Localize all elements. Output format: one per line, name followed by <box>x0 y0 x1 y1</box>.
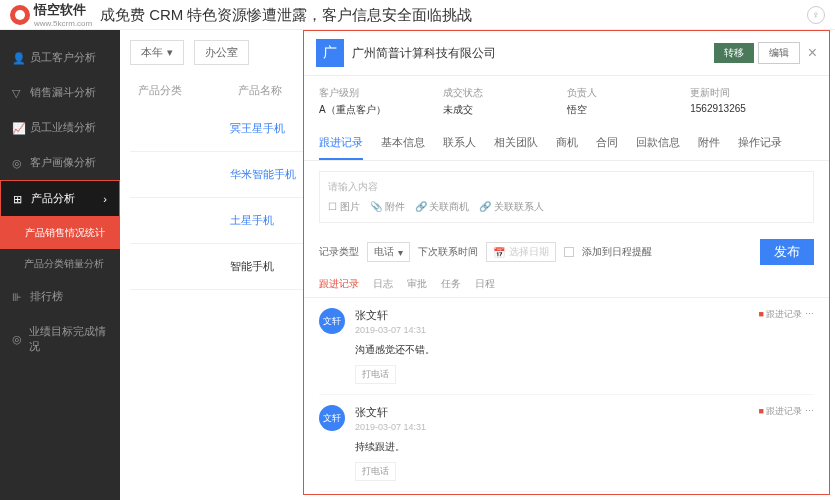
sidebar-item-ranking[interactable]: ⊪排行榜 <box>0 279 120 314</box>
sidebar: 👤员工客户分析 ▽销售漏斗分析 📈员工业绩分析 ◎客户画像分析 ⊞产品分析› 产… <box>0 30 120 500</box>
call-action[interactable]: 打电话 <box>355 462 396 481</box>
chevron-down-icon: ▾ <box>398 247 403 258</box>
tab-team[interactable]: 相关团队 <box>494 127 538 160</box>
dept-filter[interactable]: 办公室 <box>194 40 249 65</box>
logo-sub: www.5kcrm.com <box>34 19 92 28</box>
company-name: 广州简普计算科技有限公司 <box>352 45 710 62</box>
sidebar-sub-sales[interactable]: 产品销售情况统计 <box>0 217 120 249</box>
chevron-down-icon: ▾ <box>167 46 173 59</box>
logo-name: 悟空软件 <box>34 1 92 19</box>
transfer-button[interactable]: 转移 <box>714 43 754 63</box>
attach-tool[interactable]: 📎 附件 <box>370 200 405 214</box>
next-contact-date[interactable]: 📅选择日期 <box>486 242 556 262</box>
tab-log[interactable]: 操作记录 <box>738 127 782 160</box>
edit-button[interactable]: 编辑 <box>758 42 800 64</box>
user-icon: 👤 <box>12 52 24 64</box>
subtab-schedule[interactable]: 日程 <box>475 277 495 291</box>
sidebar-item-customer[interactable]: 👤员工客户分析 <box>0 40 120 75</box>
image-tool[interactable]: ☐ 图片 <box>328 200 360 214</box>
link-contact-tool[interactable]: 🔗 关联联系人 <box>479 200 544 214</box>
modal-tabs: 跟进记录 基本信息 联系人 相关团队 商机 合同 回款信息 附件 操作记录 <box>304 127 829 161</box>
portrait-icon: ◎ <box>12 157 24 169</box>
entry-list: 文轩 张文轩 2019-03-07 14:31 沟通感觉还不错。 打电话 ■ 跟… <box>304 298 829 494</box>
sidebar-sub-category[interactable]: 产品分类销量分析 <box>0 249 120 279</box>
link-opp-tool[interactable]: 🔗 关联商机 <box>415 200 470 214</box>
funnel-icon: ▽ <box>12 87 24 99</box>
schedule-checkbox[interactable] <box>564 247 574 257</box>
content-input[interactable]: 请输入内容 ☐ 图片 📎 附件 🔗 关联商机 🔗 关联联系人 <box>319 171 814 223</box>
target-icon: ◎ <box>12 333 23 345</box>
close-icon[interactable]: × <box>808 44 817 62</box>
col-name: 产品名称 <box>238 83 282 98</box>
sidebar-item-portrait[interactable]: ◎客户画像分析 <box>0 145 120 180</box>
call-action[interactable]: 打电话 <box>355 365 396 384</box>
record-type-select[interactable]: 电话▾ <box>367 242 410 262</box>
tab-basic[interactable]: 基本信息 <box>381 127 425 160</box>
entry-avatar: 文轩 <box>319 308 345 334</box>
sidebar-item-product[interactable]: ⊞产品分析› <box>0 180 120 217</box>
followup-entry: 文轩 张文轩 2019-03-05 10:40 客户比较忙，还没有时间测试。明天… <box>319 492 814 494</box>
logo: 悟空软件 www.5kcrm.com <box>10 1 92 28</box>
user-icon[interactable]: ♀ <box>807 6 825 24</box>
tab-contacts[interactable]: 联系人 <box>443 127 476 160</box>
tab-followup[interactable]: 跟进记录 <box>319 127 363 160</box>
tab-contract[interactable]: 合同 <box>596 127 618 160</box>
subtab-task[interactable]: 任务 <box>441 277 461 291</box>
chevron-right-icon: › <box>103 193 107 205</box>
sidebar-item-performance[interactable]: 📈员工业绩分析 <box>0 110 120 145</box>
subtab-approval[interactable]: 审批 <box>407 277 427 291</box>
subtab-log[interactable]: 日志 <box>373 277 393 291</box>
sidebar-item-target[interactable]: ◎业绩目标完成情况 <box>0 314 120 364</box>
tab-opportunity[interactable]: 商机 <box>556 127 578 160</box>
followup-entry: 文轩 张文轩 2019-03-07 14:31 沟通感觉还不错。 打电话 ■ 跟… <box>319 298 814 395</box>
tab-payment[interactable]: 回款信息 <box>636 127 680 160</box>
calendar-icon: 📅 <box>493 247 505 258</box>
entry-avatar: 文轩 <box>319 405 345 431</box>
grid-icon: ⊞ <box>13 193 25 205</box>
publish-button[interactable]: 发布 <box>760 239 814 265</box>
company-avatar: 广 <box>316 39 344 67</box>
subtab-followup[interactable]: 跟进记录 <box>319 277 359 291</box>
chart-icon: 📈 <box>12 122 24 134</box>
bars-icon: ⊪ <box>12 291 24 303</box>
customer-modal: 广 广州简普计算科技有限公司 转移 编辑 × 客户级别A（重点客户） 成交状态未… <box>303 30 830 495</box>
logo-icon <box>10 5 30 25</box>
followup-entry: 文轩 张文轩 2019-03-07 14:31 持续跟进。 打电话 ■ 跟进记录… <box>319 395 814 492</box>
headline-text: 成免费 CRM 特色资源惨遭泄露，客户信息安全面临挑战 <box>100 6 473 25</box>
period-filter[interactable]: 本年▾ <box>130 40 184 65</box>
col-category: 产品分类 <box>138 83 238 98</box>
tab-attachment[interactable]: 附件 <box>698 127 720 160</box>
sidebar-item-funnel[interactable]: ▽销售漏斗分析 <box>0 75 120 110</box>
